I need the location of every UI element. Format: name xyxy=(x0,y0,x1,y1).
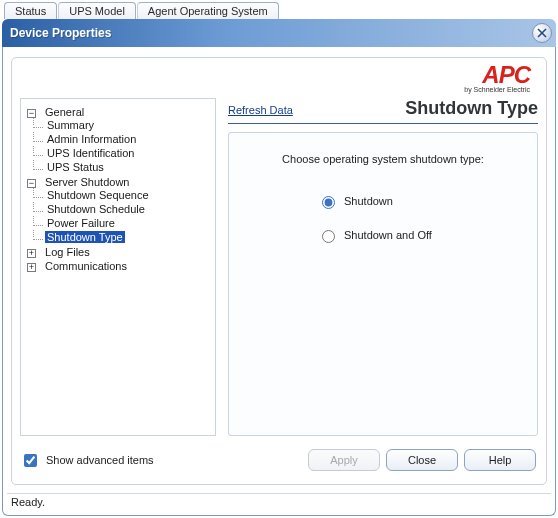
bottom-row: Show advanced items Apply Close Help xyxy=(20,446,536,474)
titlebar: Device Properties xyxy=(2,19,556,47)
tree-node-general[interactable]: General xyxy=(43,106,86,118)
tree-node-ups-status[interactable]: UPS Status xyxy=(45,161,106,173)
expander-log-files[interactable]: + xyxy=(27,249,36,258)
content-pane: Refresh Data Shutdown Type Choose operat… xyxy=(216,98,538,436)
tree-node-shutdown-type[interactable]: Shutdown Type xyxy=(45,231,125,243)
tree-node-log-files[interactable]: Log Files xyxy=(43,246,92,258)
close-panel-button[interactable]: Close xyxy=(386,449,458,471)
page-heading: Shutdown Type xyxy=(405,98,538,119)
show-advanced[interactable]: Show advanced items xyxy=(20,451,154,470)
window-title: Device Properties xyxy=(10,26,111,40)
button-group: Apply Close Help xyxy=(308,449,536,471)
apply-button[interactable]: Apply xyxy=(308,449,380,471)
app-window: Status UPS Model Agent Operating System … xyxy=(0,0,558,518)
brand-logo-sub: by Schneider Electric xyxy=(464,86,530,93)
refresh-data-link[interactable]: Refresh Data xyxy=(228,104,293,116)
prompt-text: Choose operating system shutdown type: xyxy=(247,153,519,165)
status-text: Ready. xyxy=(11,496,45,508)
radio-shutdown-off[interactable] xyxy=(322,230,335,243)
tree-node-power-failure[interactable]: Power Failure xyxy=(45,217,117,229)
tree-node-server-shutdown[interactable]: Server Shutdown xyxy=(43,176,131,188)
statusbar: Ready. xyxy=(7,493,551,511)
tree-node-admin-info[interactable]: Admin Information xyxy=(45,133,138,145)
tab-agent-os[interactable]: Agent Operating System xyxy=(137,2,279,19)
tree-node-shutdown-sequence[interactable]: Shutdown Sequence xyxy=(45,189,151,201)
brand-logo-text: APC xyxy=(464,66,530,84)
expander-communications[interactable]: + xyxy=(27,263,36,272)
option-shutdown-off[interactable]: Shutdown and Off xyxy=(317,227,519,243)
columns: − General Summary Admin Information UPS … xyxy=(20,98,538,436)
tree-node-communications[interactable]: Communications xyxy=(43,260,129,272)
expander-server-shutdown[interactable]: − xyxy=(27,179,36,188)
expander-general[interactable]: − xyxy=(27,109,36,118)
close-icon xyxy=(537,28,547,38)
inner-panel: APC by Schneider Electric − General Summ… xyxy=(11,57,547,485)
radio-shutdown-label: Shutdown xyxy=(344,195,393,207)
content-box: Choose operating system shutdown type: S… xyxy=(228,132,538,436)
tree-node-summary[interactable]: Summary xyxy=(45,119,96,131)
brand-logo: APC by Schneider Electric xyxy=(464,66,530,93)
help-button[interactable]: Help xyxy=(464,449,536,471)
tab-ups-model[interactable]: UPS Model xyxy=(58,2,136,19)
option-shutdown[interactable]: Shutdown xyxy=(317,193,519,209)
show-advanced-checkbox[interactable] xyxy=(24,454,37,467)
property-tabs: Status UPS Model Agent Operating System xyxy=(0,0,558,19)
client-area: APC by Schneider Electric − General Summ… xyxy=(2,47,556,516)
content-header: Refresh Data Shutdown Type xyxy=(228,98,538,124)
show-advanced-label: Show advanced items xyxy=(46,454,154,466)
tree-node-ups-identification[interactable]: UPS Identification xyxy=(45,147,136,159)
nav-tree[interactable]: − General Summary Admin Information UPS … xyxy=(20,98,216,436)
tab-status[interactable]: Status xyxy=(4,2,57,19)
radio-shutdown[interactable] xyxy=(322,196,335,209)
close-button[interactable] xyxy=(532,23,552,43)
tree-node-shutdown-schedule[interactable]: Shutdown Schedule xyxy=(45,203,147,215)
radio-shutdown-off-label: Shutdown and Off xyxy=(344,229,432,241)
